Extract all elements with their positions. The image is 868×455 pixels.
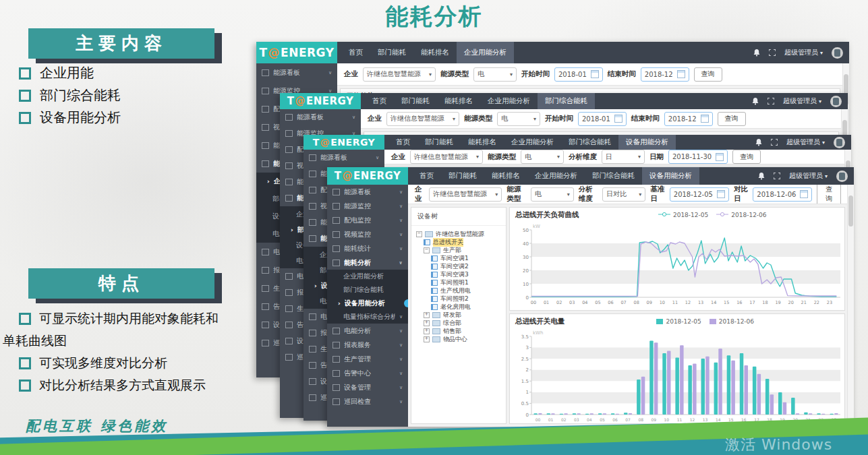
nav-tab[interactable]: 企业用能分析 xyxy=(480,93,538,109)
analysis-dimension-select[interactable]: 日▾ xyxy=(602,150,645,164)
nav-tab[interactable]: 部门综合能耗 xyxy=(538,93,595,109)
energy-type-select[interactable]: 电▾ xyxy=(521,150,564,164)
bell-icon[interactable] xyxy=(758,173,765,180)
nav-tab[interactable]: 能耗排名 xyxy=(413,42,457,63)
fullscreen-icon[interactable] xyxy=(769,49,776,56)
sidebar-item[interactable]: 巡回检查∨ xyxy=(327,394,408,408)
compare-date-input[interactable]: 2018-12-06 xyxy=(753,187,812,202)
sidebar-item[interactable]: 能源看板∨ xyxy=(327,185,408,199)
user-menu[interactable]: 超级管理员▾ xyxy=(786,138,825,147)
tree-node[interactable]: +综合部 xyxy=(413,319,504,327)
analysis-dimension-select[interactable]: 日对比▾ xyxy=(602,187,645,202)
expand-icon[interactable]: + xyxy=(424,312,430,318)
sidebar-item[interactable]: 电能分析∨ xyxy=(327,324,408,338)
query-button[interactable]: 查询 xyxy=(732,150,761,164)
legend-item[interactable]: 2018-12-06 xyxy=(716,212,766,218)
base-date-input[interactable]: 2018-12-05 xyxy=(670,187,729,202)
start-time-input[interactable]: 2018-01 xyxy=(578,112,627,126)
nav-tab[interactable]: 企业用能分析 xyxy=(457,42,514,63)
nav-tab[interactable]: 首页 xyxy=(341,42,370,63)
tree-node[interactable]: 总进线开关 xyxy=(413,238,504,246)
sidebar-item[interactable]: 能源监控∨ xyxy=(327,199,408,213)
tree-node[interactable]: +销售部 xyxy=(413,327,504,335)
nav-tab[interactable]: 能耗排名 xyxy=(484,167,527,185)
sidebar-subitem[interactable]: 部门综合能耗 xyxy=(327,283,408,297)
end-time-input[interactable]: 2018-12 xyxy=(641,67,689,82)
expand-icon[interactable]: + xyxy=(424,328,430,334)
sidebar-item[interactable]: 能耗分析∨ xyxy=(327,255,408,270)
sidebar-subitem[interactable]: 电量指标综合分析∨ xyxy=(327,310,408,324)
sidebar-item[interactable]: 生产管理∨ xyxy=(327,352,408,366)
avatar[interactable] xyxy=(834,137,845,148)
nav-tab[interactable]: 企业用能分析 xyxy=(527,167,585,185)
nav-tab[interactable]: 首页 xyxy=(388,135,417,150)
bell-icon[interactable] xyxy=(753,49,760,57)
tree-node[interactable]: 车间照明2 xyxy=(413,295,504,303)
tree-node[interactable]: 老化房用电 xyxy=(413,303,504,311)
nav-tab[interactable]: 部门能耗 xyxy=(370,42,413,63)
expand-icon[interactable]: + xyxy=(424,336,430,342)
enterprise-select[interactable]: 许继信息智慧能源▾ xyxy=(429,187,502,202)
sidebar-item[interactable]: 能源看板∨ xyxy=(280,109,361,125)
start-time-input[interactable]: 2018-01 xyxy=(554,67,603,82)
sidebar-item[interactable]: 报表服务∨ xyxy=(327,338,408,352)
sidebar-item[interactable]: 能源看板∨ xyxy=(303,150,384,166)
query-button[interactable]: 查询 xyxy=(817,185,841,204)
energy-type-select[interactable]: 电▾ xyxy=(473,67,517,82)
sidebar-item[interactable]: 告警中心∨ xyxy=(327,366,408,380)
legend-item[interactable]: 2018-12-05 xyxy=(656,318,701,325)
nav-tab[interactable]: 企业用能分析 xyxy=(504,135,561,150)
tree-node[interactable]: 车间照明1 xyxy=(413,278,504,286)
sidebar-subitem[interactable]: 企业用能分析 xyxy=(327,270,408,283)
avatar[interactable] xyxy=(830,96,842,107)
sidebar-item[interactable]: 视频监控∨ xyxy=(327,227,408,241)
bell-icon[interactable] xyxy=(755,139,762,146)
tree-node[interactable]: +物品中心 xyxy=(413,335,504,343)
collapse-icon[interactable]: − xyxy=(416,231,422,237)
scrollbar-thumb[interactable] xyxy=(848,195,853,226)
avatar[interactable] xyxy=(836,171,848,182)
sidebar-subitem[interactable]: ›设备用能分析 xyxy=(327,297,408,310)
tree-node[interactable]: +研发部 xyxy=(413,311,504,319)
nav-tab[interactable]: 设备用能分析 xyxy=(642,167,699,185)
sidebar-item[interactable]: 能耗统计∨ xyxy=(327,241,408,255)
enterprise-select[interactable]: 许继信息智慧能源▾ xyxy=(363,67,436,82)
user-menu[interactable]: 超级管理员▾ xyxy=(789,171,828,181)
tree-node[interactable]: 车间空调2 xyxy=(413,262,504,270)
nav-tab[interactable]: 能耗排名 xyxy=(437,93,480,109)
nav-tab[interactable]: 部门能耗 xyxy=(441,167,484,185)
bell-icon[interactable] xyxy=(752,98,759,105)
tree-node[interactable]: 车间空调3 xyxy=(413,270,504,278)
user-menu[interactable]: 超级管理员▾ xyxy=(784,48,823,57)
date-input[interactable]: 2018-11-30 xyxy=(668,150,728,164)
enterprise-select[interactable]: 许继信息智慧能源▾ xyxy=(410,150,483,164)
nav-tab[interactable]: 部门综合能耗 xyxy=(561,135,618,150)
nav-tab[interactable]: 部门综合能耗 xyxy=(585,167,642,185)
nav-tab[interactable]: 部门能耗 xyxy=(394,93,437,109)
legend-item[interactable]: 2018-12-05 xyxy=(658,212,708,218)
scrollbar[interactable] xyxy=(847,185,854,427)
sidebar-item[interactable]: 配电监控∨ xyxy=(327,213,408,227)
end-time-input[interactable]: 2018-12 xyxy=(664,112,713,126)
enterprise-select[interactable]: 许继信息智慧能源▾ xyxy=(386,112,459,126)
energy-type-select[interactable]: 电▾ xyxy=(531,187,574,202)
collapse-icon[interactable]: − xyxy=(424,247,430,253)
nav-tab[interactable]: 能耗排名 xyxy=(461,135,504,150)
avatar[interactable] xyxy=(832,47,843,59)
fullscreen-icon[interactable] xyxy=(768,98,774,104)
fullscreen-icon[interactable] xyxy=(771,139,778,146)
tree-node[interactable]: 生产线用电 xyxy=(413,286,504,295)
user-menu[interactable]: 超级管理员▾ xyxy=(783,96,821,106)
tree-node[interactable]: 车间空调1 xyxy=(413,254,504,262)
query-button[interactable]: 查询 xyxy=(718,112,746,126)
tree-node[interactable]: −生产部 xyxy=(413,246,504,254)
energy-type-select[interactable]: 电▾ xyxy=(497,112,540,126)
fullscreen-icon[interactable] xyxy=(774,173,780,179)
query-button[interactable]: 查询 xyxy=(694,67,722,82)
sidebar-item[interactable]: 能源看板∨ xyxy=(256,63,337,82)
tree-node[interactable]: −许继信息智慧能源 xyxy=(413,230,504,238)
nav-tab[interactable]: 部门能耗 xyxy=(417,135,461,150)
legend-item[interactable]: 2018-12-06 xyxy=(710,318,754,325)
nav-tab[interactable]: 首页 xyxy=(365,93,394,109)
nav-tab[interactable]: 首页 xyxy=(412,167,441,185)
